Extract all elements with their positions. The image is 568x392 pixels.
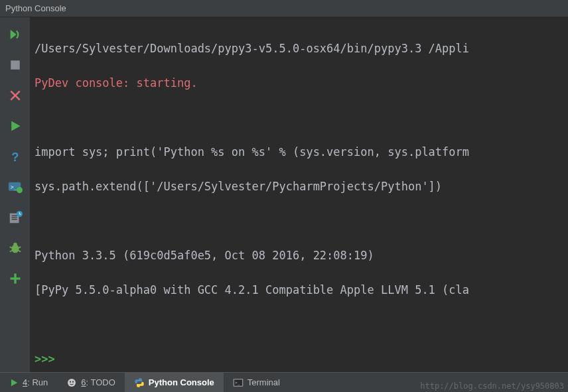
tab-label: Python Console <box>149 377 214 387</box>
svg-text:>_: >_ <box>235 380 240 385</box>
console-blank <box>35 109 565 126</box>
tab-todo[interactable]: 6: TODO <box>57 373 125 392</box>
svg-text:?: ? <box>11 150 19 164</box>
console-line: Python 3.3.5 (619c0d5af0e5, Oct 08 2016,… <box>35 247 565 264</box>
title-text: Python Console <box>5 3 66 13</box>
stop-icon <box>9 59 21 71</box>
rerun-button[interactable] <box>6 25 25 44</box>
console-settings-button[interactable]: >_ <box>6 178 25 196</box>
console-prompt[interactable]: >>> <box>35 350 565 367</box>
svg-rect-0 <box>11 60 20 70</box>
main-area: ? >_ <box>0 17 568 372</box>
svg-point-15 <box>13 243 17 247</box>
console-output[interactable]: /Users/Sylvester/Downloads/pypy3-v5.5.0-… <box>31 17 568 372</box>
rerun-icon <box>8 27 23 42</box>
debug-icon <box>8 241 23 255</box>
close-button[interactable] <box>6 86 25 105</box>
console-line: [PyPy 5.5.0-alpha0 with GCC 4.2.1 Compat… <box>35 281 565 298</box>
play-button[interactable] <box>6 117 25 135</box>
stop-button[interactable] <box>6 56 25 74</box>
python-icon <box>134 377 145 388</box>
svg-point-23 <box>70 381 71 382</box>
svg-line-18 <box>9 251 12 252</box>
svg-text:>_: >_ <box>10 184 17 190</box>
terminal-icon: >_ <box>233 378 244 387</box>
history-icon <box>8 210 23 225</box>
console-line: sys.path.extend(['/Users/Sylvester/Pycha… <box>35 178 565 195</box>
console-blank <box>35 316 565 333</box>
svg-point-24 <box>72 381 74 382</box>
svg-line-16 <box>9 247 12 248</box>
help-icon: ? <box>9 149 22 164</box>
tab-label: 4: Run <box>23 377 48 387</box>
add-icon <box>9 272 22 285</box>
play-icon <box>9 378 19 387</box>
watermark: http://blog.csdn.net/ysy950803 <box>420 381 564 391</box>
svg-line-17 <box>18 247 21 248</box>
title-bar: Python Console <box>0 0 568 17</box>
tab-label: Terminal <box>248 377 280 387</box>
console-line: PyDev console: starting. <box>35 74 565 92</box>
svg-point-22 <box>68 379 76 387</box>
console-toolbar: ? >_ <box>0 17 31 372</box>
console-line: /Users/Sylvester/Downloads/pypy3-v5.5.0-… <box>35 40 565 57</box>
help-button[interactable]: ? <box>6 147 25 166</box>
tab-terminal[interactable]: >_ Terminal <box>224 373 289 392</box>
svg-point-6 <box>16 187 22 193</box>
add-button[interactable] <box>6 269 25 288</box>
tab-python-console[interactable]: Python Console <box>125 373 224 392</box>
history-button[interactable] <box>6 208 25 227</box>
play-icon <box>9 119 22 133</box>
debug-button[interactable] <box>6 239 25 257</box>
todo-icon <box>66 377 77 388</box>
console-settings-icon: >_ <box>8 180 23 194</box>
console-blank <box>35 212 565 229</box>
tab-label: 6: TODO <box>81 377 115 387</box>
tab-run[interactable]: 4: Run <box>0 373 57 392</box>
svg-line-19 <box>18 251 21 252</box>
console-line: import sys; print('Python %s on %s' % (s… <box>35 143 565 161</box>
close-icon <box>9 89 22 102</box>
tool-window-bar: 4: Run 6: TODO Python Console >_ Termina… <box>0 372 568 392</box>
